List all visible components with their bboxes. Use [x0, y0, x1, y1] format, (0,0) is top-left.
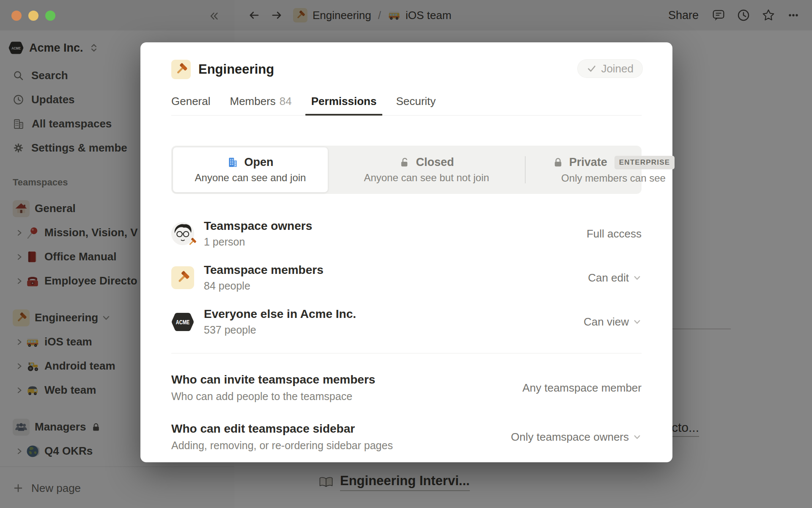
access-level-selector: Open Anyone can see and join Closed Anyo…	[171, 146, 642, 194]
chevron-down-icon	[633, 433, 642, 442]
group-row-members: Teamspace members 84 people Can edit	[171, 256, 642, 300]
joined-label: Joined	[601, 62, 634, 75]
tab-members[interactable]: Members84	[230, 95, 292, 115]
setting-row-invite: Who can invite teamspace members Who can…	[171, 369, 642, 407]
tab-security[interactable]: Security	[396, 95, 436, 115]
tab-general[interactable]: General	[171, 95, 211, 115]
invite-permission-dropdown[interactable]: Any teamspace member	[522, 381, 642, 395]
modal-tabs: General Members84 Permissions Security	[171, 95, 642, 116]
access-option-title: Open	[244, 156, 273, 169]
setting-title: Who can edit teamspace sidebar	[171, 422, 393, 436]
hammer-icon	[171, 266, 194, 289]
check-icon	[587, 64, 597, 74]
edit-sidebar-permission-dropdown[interactable]: Only teamspace owners	[511, 431, 642, 444]
window-controls	[0, 11, 55, 21]
access-option-closed[interactable]: Closed Anyone can see but not join	[328, 146, 525, 194]
owners-access-level: Full access	[587, 227, 642, 240]
access-option-desc: Anyone can see but not join	[364, 172, 489, 184]
everyone-access-dropdown[interactable]: Can view	[584, 315, 642, 329]
chevron-down-icon	[633, 273, 642, 282]
access-option-title: Closed	[416, 156, 454, 169]
modal-title: Engineering	[198, 62, 274, 77]
zoom-window-button[interactable]	[45, 11, 55, 21]
access-option-desc: Only members can see	[561, 172, 666, 184]
group-subtitle: 1 person	[204, 236, 587, 248]
lock-icon	[552, 157, 564, 168]
enterprise-badge: ENTERPRISE	[614, 156, 675, 169]
group-subtitle: 84 people	[204, 280, 588, 292]
members-access-dropdown[interactable]: Can edit	[588, 271, 642, 284]
group-subtitle: 537 people	[204, 324, 584, 336]
setting-subtitle: Adding, removing, or re-ordering sidebar…	[171, 439, 393, 452]
tab-permissions[interactable]: Permissions	[311, 95, 377, 115]
hammer-icon	[171, 60, 191, 79]
access-option-desc: Anyone can see and join	[195, 172, 306, 184]
acme-logo-icon	[171, 312, 194, 332]
chevron-down-icon	[633, 318, 642, 326]
group-title: Teamspace members	[204, 263, 588, 277]
members-count: 84	[280, 95, 292, 108]
group-row-owners: Teamspace owners 1 person Full access	[171, 212, 642, 256]
group-title: Teamspace owners	[204, 219, 587, 233]
setting-subtitle: Who can add people to the teamspace	[171, 390, 375, 403]
hammer-icon	[187, 237, 197, 247]
modal-header: Engineering	[171, 59, 642, 80]
setting-title: Who can invite teamspace members	[171, 373, 375, 387]
access-option-private[interactable]: Private ENTERPRISE Only members can see	[525, 146, 702, 194]
group-row-everyone: Everyone else in Acme Inc. 537 people Ca…	[171, 300, 642, 344]
close-window-button[interactable]	[11, 11, 22, 21]
minimize-window-button[interactable]	[28, 11, 38, 21]
access-option-title: Private	[569, 156, 607, 169]
blue-building-icon	[227, 157, 239, 168]
unlock-icon	[399, 157, 410, 168]
permission-groups: Teamspace owners 1 person Full access Te…	[171, 212, 642, 344]
teamspace-settings-modal: Engineering Joined General Members84 Per…	[140, 42, 672, 462]
group-title: Everyone else in Acme Inc.	[204, 307, 584, 321]
owner-avatar	[171, 222, 194, 245]
access-option-open[interactable]: Open Anyone can see and join	[173, 147, 328, 193]
joined-button[interactable]: Joined	[577, 59, 643, 78]
setting-row-edit-sidebar: Who can edit teamspace sidebar Adding, r…	[171, 418, 642, 456]
modal-section-divider	[171, 353, 642, 353]
